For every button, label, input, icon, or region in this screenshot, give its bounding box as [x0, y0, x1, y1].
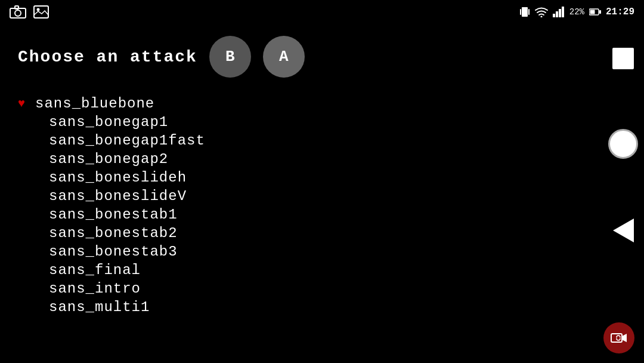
status-bar-left: [10, 5, 49, 19]
attack-name: sans_intro: [49, 281, 141, 297]
attack-name: sans_bonestab3: [49, 244, 178, 260]
list-item[interactable]: sans_multi1: [18, 299, 626, 315]
header-area: Choose an attack B A: [18, 36, 626, 78]
record-icon: [611, 331, 627, 344]
svg-rect-11: [559, 9, 561, 17]
svg-rect-15: [599, 10, 601, 14]
button-a[interactable]: A: [263, 36, 305, 78]
svg-rect-14: [590, 10, 595, 14]
attack-name: sans_multi1: [49, 299, 150, 315]
choose-text: Choose an attack: [18, 48, 197, 66]
button-b[interactable]: B: [209, 36, 251, 78]
svg-rect-7: [528, 9, 530, 15]
selected-icon: ♥: [18, 97, 26, 110]
attack-name: sans_boneslideh: [49, 170, 187, 186]
list-item[interactable]: sans_intro: [18, 281, 626, 297]
battery-icon: [589, 8, 601, 16]
attack-name: sans_bonestab1: [49, 207, 178, 223]
attack-name: sans_bonegap2: [49, 151, 168, 167]
status-bar: 22% 21:29: [0, 0, 644, 24]
signal-icon: [553, 7, 565, 17]
svg-rect-9: [553, 14, 555, 17]
attack-name: sans_boneslideV: [49, 188, 187, 204]
list-item[interactable]: sans_bonegap1fast: [18, 133, 626, 149]
list-item[interactable]: sans_bonegap2: [18, 151, 626, 167]
battery-percent: 22%: [569, 7, 584, 17]
status-bar-right: 22% 21:29: [519, 6, 634, 18]
attack-list: ♥sans_bluebonesans_bonegap1sans_bonegap1…: [18, 96, 626, 315]
wifi-icon: [535, 7, 548, 17]
list-item[interactable]: sans_bonegap1: [18, 114, 626, 130]
svg-rect-12: [562, 7, 564, 17]
svg-point-1: [15, 10, 21, 16]
list-item[interactable]: sans_bonestab2: [18, 225, 626, 241]
svg-rect-2: [15, 6, 18, 9]
list-item[interactable]: ♥sans_bluebone: [18, 96, 626, 112]
attack-name: sans_bonegap1: [49, 114, 168, 130]
image-icon: [33, 5, 49, 19]
back-button[interactable]: [613, 219, 634, 242]
square-button[interactable]: [612, 48, 634, 69]
svg-rect-5: [522, 7, 528, 17]
svg-rect-6: [520, 9, 521, 15]
vibrate-icon: [519, 6, 530, 18]
record-button[interactable]: [603, 322, 634, 353]
list-item[interactable]: sans_final: [18, 262, 626, 278]
svg-rect-16: [611, 334, 622, 342]
right-controls: [608, 48, 638, 242]
list-item[interactable]: sans_boneslideh: [18, 170, 626, 186]
list-item[interactable]: sans_bonestab3: [18, 244, 626, 260]
list-item[interactable]: sans_bonestab1: [18, 207, 626, 223]
list-item[interactable]: sans_boneslideV: [18, 188, 626, 204]
attack-name: sans_bonestab2: [49, 225, 178, 241]
svg-rect-10: [556, 11, 558, 17]
attack-name: sans_bonegap1fast: [49, 133, 205, 149]
time-display: 21:29: [606, 7, 634, 17]
circle-button[interactable]: [608, 129, 638, 159]
svg-point-8: [540, 16, 542, 18]
attack-name: sans_bluebone: [35, 96, 154, 112]
attack-name: sans_final: [49, 262, 141, 278]
camera-icon: [10, 5, 26, 19]
main-content: Choose an attack B A ♥sans_bluebonesans_…: [0, 24, 644, 363]
svg-point-4: [37, 8, 40, 11]
